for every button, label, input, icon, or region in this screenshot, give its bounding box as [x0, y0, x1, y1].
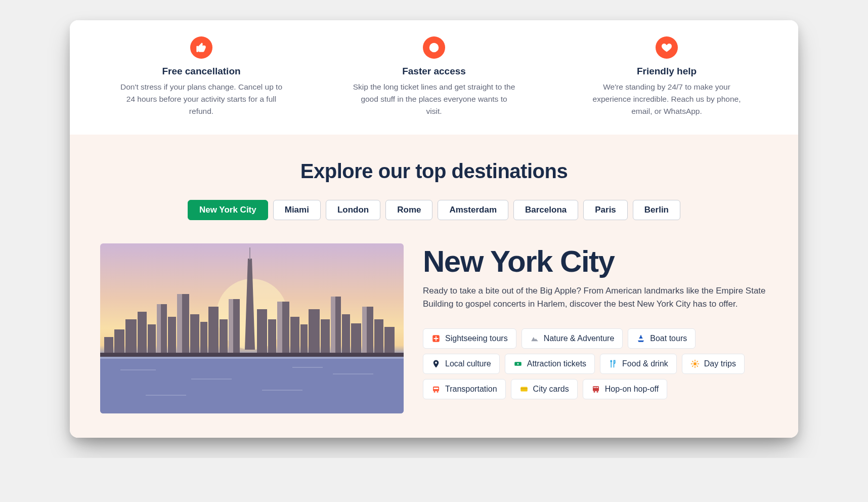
svg-rect-36: [114, 329, 124, 356]
feature-desc: Don't stress if your plans change. Cance…: [110, 81, 292, 117]
feature-title: Faster access: [343, 66, 525, 77]
chip-city-cards[interactable]: City cards: [511, 379, 578, 399]
svg-rect-66: [593, 387, 594, 388]
svg-rect-20: [208, 307, 219, 356]
chip-label: Local culture: [445, 359, 491, 368]
svg-line-55: [692, 361, 693, 362]
tab-barcelona[interactable]: Barcelona: [513, 200, 578, 220]
svg-rect-46: [641, 335, 642, 339]
ticket-icon: [513, 359, 523, 368]
chip-label: Day trips: [704, 359, 736, 368]
svg-rect-44: [100, 353, 404, 357]
svg-rect-24: [268, 319, 276, 356]
destination-title: New York City: [423, 245, 768, 277]
chip-day-trips[interactable]: Day trips: [682, 354, 745, 374]
svg-rect-39: [229, 299, 233, 356]
svg-rect-31: [342, 314, 350, 356]
feature-desc: We're standing by 24/7 to make your expe…: [576, 81, 758, 117]
svg-rect-18: [190, 314, 199, 356]
svg-point-70: [596, 391, 598, 392]
card-icon: [519, 385, 529, 394]
feature-faster-access: Faster access Skip the long ticket lines…: [343, 36, 525, 117]
svg-rect-68: [597, 387, 598, 388]
tab-amsterdam[interactable]: Amsterdam: [438, 200, 508, 220]
svg-rect-2: [100, 356, 404, 413]
feature-desc: Skip the long ticket lines and get strai…: [343, 81, 525, 117]
chip-label: Nature & Adventure: [544, 334, 615, 343]
svg-rect-21: [220, 319, 228, 356]
feature-title: Friendly help: [576, 66, 758, 77]
chip-local-culture[interactable]: Local culture: [423, 354, 500, 374]
svg-rect-29: [321, 319, 330, 356]
svg-rect-26: [290, 317, 299, 356]
destination-tabs: New York City Miami London Rome Amsterda…: [100, 200, 768, 220]
tab-miami[interactable]: Miami: [273, 200, 321, 220]
svg-marker-10: [245, 259, 255, 350]
chip-label: Boat tours: [650, 334, 687, 343]
tab-rome[interactable]: Rome: [385, 200, 432, 220]
svg-point-61: [437, 391, 439, 392]
tab-london[interactable]: London: [326, 200, 380, 220]
tab-new-york-city[interactable]: New York City: [188, 200, 268, 220]
destination-info: New York City Ready to take a bite out o…: [423, 243, 768, 399]
svg-rect-35: [384, 327, 395, 356]
chip-label: Hop-on hop-off: [605, 385, 659, 394]
chip-attraction-tickets[interactable]: Attraction tickets: [505, 354, 595, 374]
double-decker-icon: [591, 385, 600, 394]
svg-rect-34: [374, 319, 383, 356]
svg-rect-16: [168, 317, 176, 356]
chip-food-drink[interactable]: Food & drink: [600, 354, 677, 374]
svg-rect-40: [277, 302, 282, 356]
svg-point-49: [517, 363, 518, 364]
features-row: Free cancellation Don't stress if your p…: [70, 20, 798, 135]
svg-rect-62: [434, 388, 439, 389]
thumbs-up-icon: [190, 36, 212, 59]
chip-boat-tours[interactable]: Boat tours: [628, 328, 696, 349]
destination-row: New York City Ready to take a bite out o…: [100, 243, 768, 413]
explore-heading: Explore our top destinations: [100, 160, 768, 183]
plus-square-icon: [431, 334, 441, 343]
svg-rect-11: [249, 247, 250, 260]
chip-transportation[interactable]: Transportation: [423, 379, 506, 399]
svg-line-56: [697, 365, 698, 366]
chip-label: Attraction tickets: [527, 359, 586, 368]
chip-hop-on-hop-off[interactable]: Hop-on hop-off: [583, 379, 667, 399]
svg-rect-41: [331, 297, 335, 356]
svg-rect-65: [593, 386, 599, 391]
category-chips: Sightseeing tours Nature & Adventure Boa…: [423, 328, 768, 399]
destination-description: Ready to take a bite out of the Big Appl…: [423, 284, 768, 311]
svg-rect-19: [200, 322, 207, 356]
chip-label: Food & drink: [622, 359, 668, 368]
svg-rect-28: [309, 309, 320, 356]
svg-rect-32: [351, 323, 361, 356]
boat-icon: [636, 334, 645, 343]
destination-image: [100, 243, 404, 413]
chip-nature-adventure[interactable]: Nature & Adventure: [522, 328, 623, 349]
heart-icon: [656, 36, 678, 59]
feature-title: Free cancellation: [110, 66, 292, 77]
mountains-icon: [530, 334, 539, 343]
tab-paris[interactable]: Paris: [583, 200, 628, 220]
svg-line-57: [697, 361, 698, 362]
svg-rect-12: [125, 319, 137, 356]
chip-label: City cards: [533, 385, 569, 394]
feature-friendly-help: Friendly help We're standing by 24/7 to …: [576, 36, 758, 117]
sun-icon: [690, 359, 700, 368]
svg-rect-43: [362, 307, 367, 356]
svg-point-50: [693, 362, 697, 365]
svg-rect-27: [300, 324, 308, 356]
svg-rect-67: [595, 387, 596, 388]
svg-rect-42: [157, 304, 161, 356]
chip-sightseeing-tours[interactable]: Sightseeing tours: [423, 328, 516, 349]
pin-icon: [431, 359, 441, 368]
svg-rect-38: [177, 294, 182, 356]
chip-label: Transportation: [445, 385, 497, 394]
explore-section: Explore our top destinations New York Ci…: [70, 135, 798, 438]
svg-point-47: [435, 362, 437, 364]
svg-rect-64: [520, 388, 528, 389]
svg-point-69: [593, 391, 595, 392]
cutlery-icon: [609, 359, 618, 368]
feature-free-cancellation: Free cancellation Don't stress if your p…: [110, 36, 292, 117]
chip-label: Sightseeing tours: [445, 334, 508, 343]
tab-berlin[interactable]: Berlin: [633, 200, 680, 220]
